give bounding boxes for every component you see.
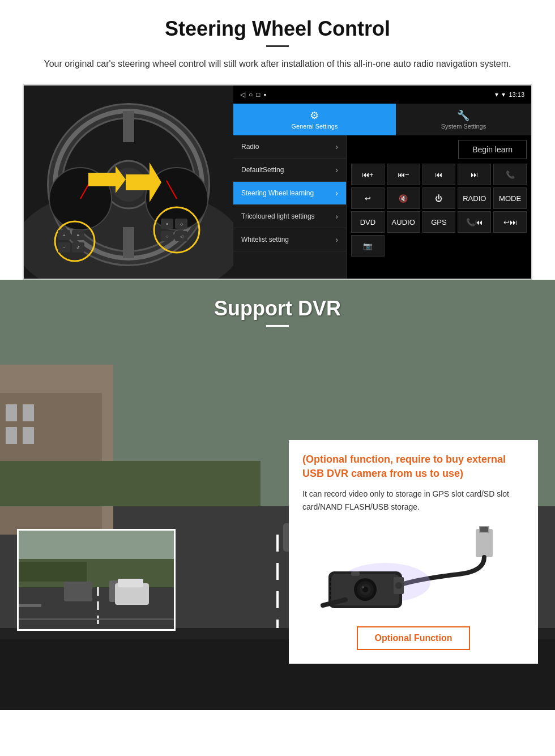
signal-icon: ▾ [495,91,498,99]
tab-general-label: General Settings [291,123,338,130]
svg-rect-56 [19,562,87,582]
android-mockup: + ≡ − ↺ ≡ ◇ ○ ◁ ◁ ○ [23,84,532,280]
back-button[interactable]: ↩ [351,187,385,209]
wifi-icon: ▾ [502,91,505,99]
svg-rect-57 [19,531,176,559]
optional-function-button[interactable]: Optional Function [357,626,471,650]
menu-default-label: DefaultSetting [241,166,284,174]
nav-home-icon: ○ [249,91,253,99]
android-content: Radio › DefaultSetting › Steering Wheel … [233,135,531,279]
menu-item-whitelist[interactable]: Whitelist setting › [233,228,346,251]
svg-rect-61 [118,579,143,587]
svg-rect-54 [64,582,92,601]
vol-down-button[interactable]: ⏮− [387,164,420,185]
gps-button[interactable]: GPS [422,211,456,233]
menu-tri-label: Tricoloured light settings [241,212,315,220]
svg-rect-81 [351,571,360,576]
chevron-icon: › [335,142,338,151]
mode-button[interactable]: MODE [493,187,527,209]
android-tabs[interactable]: ⚙ General Settings 🔧 System Settings [233,104,531,135]
dvr-info-box: (Optional function, require to buy exter… [289,440,538,664]
steering-wheel-section: Steering Wheel Control Your original car… [0,0,555,280]
svg-text:↺: ↺ [76,246,80,250]
title-divider [266,45,289,47]
control-buttons-grid: ⏮+ ⏮− ⏮ ⏭ 📞 ↩ 🔇 ⏻ RADIO MODE DVD AUDIO G… [351,164,527,257]
menu-item-steering-wheel[interactable]: Steering Wheel learning › [233,182,346,205]
nav-back-icon: ◁ [240,91,245,99]
phone-prev-button[interactable]: 📞⏮ [458,211,491,233]
system-icon: 🔧 [457,109,469,122]
svg-rect-40 [6,404,17,421]
steering-control-panel: Begin learn ⏮+ ⏮− ⏮ ⏭ 📞 ↩ 🔇 ⏻ RADIO MODE… [347,135,531,279]
svg-text:≡: ≡ [166,222,168,226]
chevron-icon-2: › [335,165,338,174]
clock: 13:13 [509,91,524,98]
steering-wheel-image: + ≡ − ↺ ≡ ◇ ○ ◁ [24,86,233,279]
svg-rect-62 [476,529,493,557]
chevron-icon-3: › [335,189,338,198]
dvr-optional-title: (Optional function, require to buy exter… [302,452,524,481]
dvr-title: Support DVR [0,297,555,321]
thumb-svg [19,531,176,631]
menu-item-tricoloured[interactable]: Tricoloured light settings › [233,205,346,228]
menu-steering-label: Steering Wheel learning [241,189,314,197]
chevron-icon-4: › [335,212,338,221]
steering-wheel-svg: + ≡ − ↺ ≡ ◇ ○ ◁ [24,86,233,279]
tab-system-settings[interactable]: 🔧 System Settings [396,104,531,135]
menu-item-defaultsetting[interactable]: DefaultSetting › [233,159,346,182]
mute-button[interactable]: 🔇 [387,187,420,209]
svg-text:−: − [63,246,65,250]
subtitle-text: Your original car's steering wheel contr… [34,57,521,71]
phone-button[interactable]: 📞 [493,164,527,185]
prev-button[interactable]: ⏮ [422,164,456,185]
dvr-title-divider [266,325,289,327]
camera-button[interactable]: 📷 [351,235,385,257]
dvr-thumb-image [19,531,174,629]
nav-recent-icon: □ [256,91,260,99]
audio-button[interactable]: AUDIO [387,211,420,233]
menu-item-radio[interactable]: Radio › [233,135,346,159]
svg-rect-59 [19,618,176,620]
android-screen: ◁ ○ □ ▪ ▾ ▾ 13:13 ⚙ General Settings 🔧 S… [233,86,531,279]
svg-rect-64 [480,527,488,532]
dvr-thumbnail [17,529,176,631]
chevron-icon-5: › [335,235,338,244]
next-button[interactable]: ⏭ [458,164,491,185]
svg-text:+: + [63,233,66,238]
menu-white-label: Whitelist setting [241,236,289,244]
svg-point-73 [362,586,364,588]
settings-menu: Radio › DefaultSetting › Steering Wheel … [233,135,347,279]
begin-learn-button[interactable]: Begin learn [458,140,527,159]
svg-rect-41 [23,404,34,421]
svg-text:≡: ≡ [77,233,80,238]
status-bar: ◁ ○ □ ▪ ▾ ▾ 13:13 [233,86,531,104]
svg-rect-58 [19,604,41,607]
nav-menu-icon: ▪ [264,91,266,99]
svg-point-80 [395,582,402,589]
dvr-section: Support DVR [0,280,555,710]
dvr-title-area: Support DVR [0,280,555,338]
radio-button[interactable]: RADIO [458,187,491,209]
dvr-description: It can record video only to storage in G… [302,488,524,513]
dvr-camera-image [302,524,524,615]
power-button[interactable]: ⏻ [422,187,456,209]
camera-svg [311,526,515,614]
tab-general-settings[interactable]: ⚙ General Settings [233,104,396,135]
page-title: Steering Wheel Control [23,17,532,41]
back-next-button[interactable]: ↩⏭ [493,211,527,233]
menu-radio-label: Radio [241,143,259,151]
gear-icon: ⚙ [310,109,319,122]
tab-system-label: System Settings [441,123,486,130]
svg-text:○: ○ [166,234,168,238]
dvd-button[interactable]: DVD [351,211,385,233]
vol-up-button[interactable]: ⏮+ [351,164,385,185]
begin-learn-row: Begin learn [351,140,527,159]
